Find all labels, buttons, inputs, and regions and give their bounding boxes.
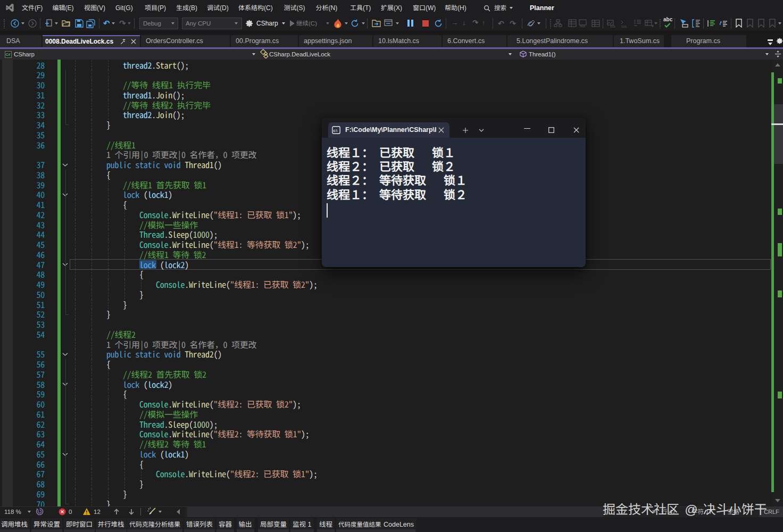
svg-text:SQL: SQL xyxy=(610,25,615,28)
svg-text:SQL: SQL xyxy=(621,25,627,28)
svg-text:c:\: c:\ xyxy=(334,129,338,132)
svg-text:SQL: SQL xyxy=(580,24,586,28)
